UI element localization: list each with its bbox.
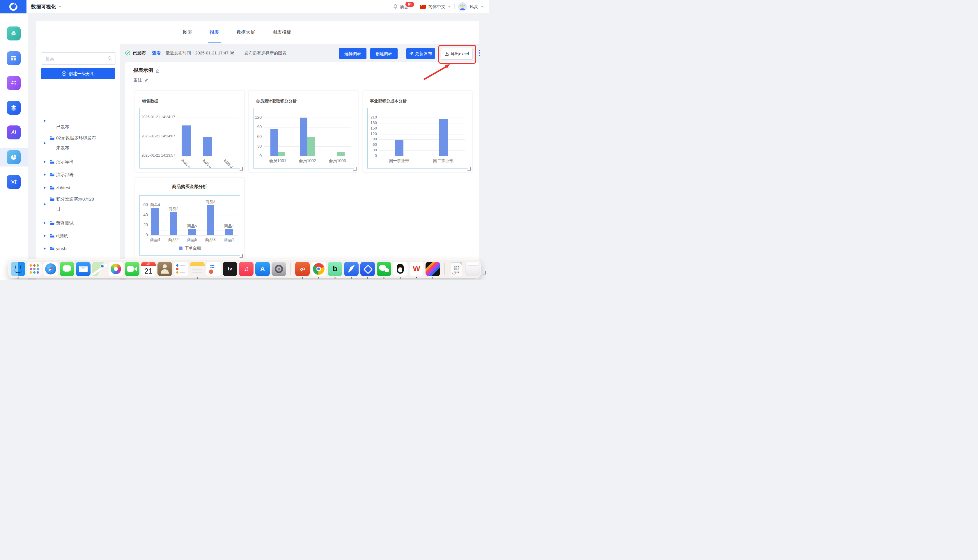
layers-icon[interactable] bbox=[7, 101, 21, 115]
resize-handle[interactable] bbox=[353, 167, 357, 170]
gridline bbox=[379, 139, 465, 140]
tree-item[interactable]: zbhtest bbox=[36, 183, 120, 192]
chart-card-product-amount[interactable]: 商品购买金额分析 0204060商品4商品4商品2商品2商品5商品5商品3商品3… bbox=[135, 177, 245, 259]
tab-图表[interactable]: 图表 bbox=[183, 27, 193, 38]
cube-app-dock-icon[interactable] bbox=[360, 262, 375, 276]
export-excel-button[interactable]: 导出excel bbox=[441, 48, 473, 60]
orange-knot-dock-icon[interactable]: ∞ bbox=[295, 262, 310, 276]
resize-handle[interactable] bbox=[467, 167, 471, 170]
wechat-dock-icon[interactable] bbox=[377, 262, 391, 276]
bar-value-label: 商品4 bbox=[147, 202, 164, 208]
bar-value-label: 商品1 bbox=[220, 223, 238, 229]
xls-file-dock-icon[interactable]: 成本事业部名XLS bbox=[449, 262, 464, 276]
bar bbox=[203, 137, 212, 156]
shuffle-icon[interactable] bbox=[7, 175, 21, 189]
avatar bbox=[458, 2, 467, 11]
canvas-resize-handle[interactable] bbox=[483, 271, 486, 275]
tree-caret-icon[interactable] bbox=[44, 186, 46, 189]
appletv-glyph: tv bbox=[223, 262, 237, 276]
tab-报表[interactable]: 报表 bbox=[209, 27, 220, 38]
tree-caret-icon[interactable] bbox=[44, 119, 46, 122]
resize-handle[interactable] bbox=[240, 254, 243, 258]
bilibili-dock-icon[interactable]: b bbox=[328, 262, 342, 276]
user-menu[interactable]: 风灵 bbox=[458, 2, 484, 11]
tree-caret-icon[interactable] bbox=[44, 247, 46, 250]
chart-card-division-cost[interactable]: 事业部积分成本分析 0306090120150180210国一事业部国二事业部 bbox=[363, 90, 472, 172]
notes-dock-icon[interactable] bbox=[190, 262, 205, 276]
tree-item[interactable]: 积分发送演示8月28日 bbox=[36, 196, 120, 215]
top-navbar: 数据可视化 消息 54 简体中文 bbox=[0, 0, 489, 14]
tree-caret-icon[interactable] bbox=[44, 203, 46, 206]
create-chart-button[interactable]: 创建图表 bbox=[370, 48, 398, 59]
resize-handle[interactable] bbox=[240, 167, 243, 170]
tree-item[interactable]: cl测试 bbox=[36, 231, 120, 240]
edit-remark-icon[interactable] bbox=[144, 78, 148, 82]
messages-dock-icon[interactable] bbox=[60, 262, 74, 276]
tree-item[interactable]: yinshi bbox=[36, 244, 120, 253]
facetime-dock-icon[interactable] bbox=[125, 262, 140, 276]
ai-icon[interactable]: AI bbox=[7, 125, 21, 139]
tree-item[interactable]: 02元数据多环境发布未发布 bbox=[36, 135, 120, 154]
more-actions-menu[interactable] bbox=[478, 50, 480, 58]
wps-glyph: W bbox=[410, 262, 423, 276]
messages-button[interactable]: 消息 54 bbox=[393, 4, 408, 10]
layout-icon[interactable] bbox=[7, 51, 21, 65]
stripes-dock-icon[interactable] bbox=[426, 262, 440, 276]
tab-图表模板[interactable]: 图表模板 bbox=[272, 27, 292, 38]
tree-caret-icon[interactable] bbox=[44, 173, 46, 176]
tabs-bar: 图表报表数据大屏图表模板 bbox=[36, 21, 479, 44]
trash-dock-icon[interactable] bbox=[465, 262, 480, 276]
wps-dock-icon[interactable]: W bbox=[409, 262, 424, 276]
pie-chart-icon[interactable] bbox=[7, 150, 21, 164]
gridline bbox=[379, 150, 465, 151]
language-selector[interactable]: 简体中文 bbox=[420, 4, 451, 10]
finder-dock-icon[interactable] bbox=[11, 262, 25, 276]
view-link[interactable]: 查看 bbox=[152, 50, 161, 56]
ai-glyph: AI bbox=[12, 130, 16, 135]
appstore-dock-icon[interactable]: A bbox=[255, 262, 270, 276]
qq-dock-icon[interactable] bbox=[393, 262, 408, 276]
photos-dock-icon[interactable] bbox=[108, 262, 123, 276]
running-indicator bbox=[302, 277, 303, 278]
tree-caret-icon[interactable] bbox=[44, 234, 46, 237]
freeform-dock-icon[interactable] bbox=[207, 262, 221, 276]
calendar-dock-icon[interactable]: 1月21 bbox=[141, 262, 156, 276]
tabs: 图表报表数据大屏图表模板 bbox=[183, 27, 292, 38]
tree-caret-icon[interactable] bbox=[44, 160, 46, 163]
settings-dock-icon[interactable] bbox=[272, 262, 286, 276]
reminders-dock-icon[interactable] bbox=[174, 262, 188, 276]
tree-item[interactable]: 演示部署 bbox=[36, 170, 120, 179]
running-indicator bbox=[383, 277, 385, 278]
tree-item-label: 02元数据多环境发布 bbox=[56, 135, 96, 141]
chart-card-member-points[interactable]: 会员累计获取积分分析 0306090120会员1001会员1002会员1003 bbox=[248, 90, 358, 172]
tab-数据大屏[interactable]: 数据大屏 bbox=[236, 27, 256, 38]
tree-item[interactable]: 演示导出 bbox=[36, 157, 120, 167]
chart-card-sales[interactable]: 销售数据 2025-01-21 14:24:172025-01-21 14:24… bbox=[135, 90, 245, 172]
maps-dock-icon[interactable] bbox=[92, 262, 107, 276]
music-dock-icon[interactable]: ♫ bbox=[239, 262, 253, 276]
app-logo[interactable] bbox=[0, 0, 27, 13]
edit-title-icon[interactable] bbox=[155, 68, 160, 73]
update-publish-button[interactable]: 更新发布 bbox=[407, 48, 435, 59]
safari-dock-icon[interactable] bbox=[43, 262, 58, 276]
tree-item[interactable]: 萧炎测试 bbox=[36, 218, 120, 228]
search-input[interactable] bbox=[45, 53, 106, 64]
cube-icon[interactable] bbox=[7, 27, 21, 40]
create-group-button[interactable]: 创建一级分组 bbox=[41, 68, 115, 79]
appletv-dock-icon[interactable]: tv bbox=[223, 262, 237, 276]
chrome-dock-icon[interactable] bbox=[312, 262, 326, 276]
appstore-glyph: A bbox=[255, 262, 270, 276]
tree-item[interactable]: 已发布 bbox=[36, 118, 120, 132]
orgchart-icon[interactable] bbox=[7, 76, 21, 90]
tree-caret-icon[interactable] bbox=[44, 142, 46, 145]
bar bbox=[170, 212, 177, 235]
tree-caret-icon[interactable] bbox=[44, 222, 46, 224]
select-chart-button[interactable]: 选择图表 bbox=[339, 48, 367, 59]
launchpad-dock-icon[interactable] bbox=[27, 262, 42, 276]
contacts-dock-icon[interactable] bbox=[157, 262, 172, 276]
bar bbox=[439, 119, 448, 156]
feather-dock-icon[interactable] bbox=[344, 262, 358, 276]
app-title-menu[interactable]: 数据可视化 bbox=[31, 0, 62, 13]
app-title: 数据可视化 bbox=[31, 3, 56, 10]
mail-dock-icon[interactable] bbox=[76, 262, 90, 276]
